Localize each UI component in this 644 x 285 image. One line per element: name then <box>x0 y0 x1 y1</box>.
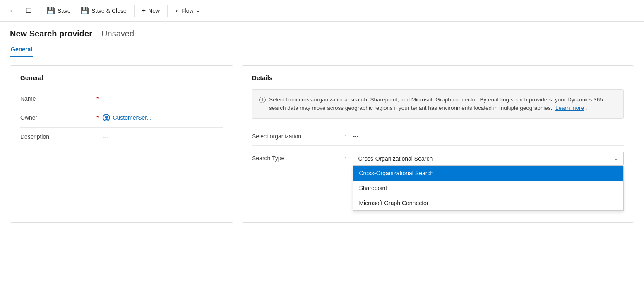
open-new-window-button[interactable]: ☐ <box>22 4 36 17</box>
owner-required-star: * <box>96 114 99 121</box>
owner-label: Owner <box>20 114 95 121</box>
search-type-dropdown-container: Cross-Organizational Search ⌄ Cross-Orga… <box>353 152 624 166</box>
toolbar-divider <box>39 5 39 17</box>
description-value: --- <box>103 133 108 140</box>
dropdown-option-sharepoint[interactable]: Sharepoint <box>353 181 623 196</box>
details-panel-title: Details <box>252 74 624 81</box>
name-value: --- <box>103 95 108 102</box>
details-panel: Details i Select from cross-organization… <box>242 65 634 223</box>
save-label: Save <box>58 7 71 14</box>
search-type-row: Search Type * Cross-Organizational Searc… <box>252 146 624 171</box>
tab-general[interactable]: General <box>10 43 33 57</box>
open-new-window-icon: ☐ <box>26 7 31 14</box>
toolbar-divider-3 <box>167 5 168 17</box>
info-icon: i <box>259 97 266 103</box>
flow-chevron-icon: ⌄ <box>196 8 200 13</box>
search-type-required-star: * <box>345 152 347 162</box>
general-panel: General Name * --- Owner * 👤 CustomerSer… <box>10 65 233 223</box>
name-field-row: Name * --- <box>20 89 223 108</box>
description-field-row: Description * --- <box>20 128 223 146</box>
page-header: New Search provider - Unsaved <box>0 22 644 43</box>
back-icon: ← <box>9 7 16 14</box>
toolbar-divider-2 <box>134 5 135 17</box>
save-button[interactable]: 💾 Save <box>43 4 75 17</box>
learn-more-link[interactable]: Learn more <box>555 105 584 111</box>
dropdown-option-cross-org[interactable]: Cross-Organizational Search <box>353 166 623 181</box>
select-org-label: Select organization <box>252 133 343 140</box>
info-text-content: Select from cross-organizational search,… <box>269 97 603 111</box>
dropdown-option-cross-org-label: Cross-Organizational Search <box>359 170 433 176</box>
search-type-label: Search Type <box>252 152 343 162</box>
name-label: Name <box>20 95 95 102</box>
flow-icon: » <box>175 7 179 14</box>
dropdown-option-graph-connector[interactable]: Microsoft Graph Connector <box>353 196 623 210</box>
back-button[interactable]: ← <box>5 5 20 17</box>
save-close-button[interactable]: 💾 Save & Close <box>77 4 131 17</box>
tab-general-label: General <box>11 46 32 53</box>
description-label: Description <box>20 133 95 140</box>
dropdown-option-graph-connector-label: Microsoft Graph Connector <box>359 200 428 206</box>
dropdown-option-sharepoint-label: Sharepoint <box>359 185 387 191</box>
page-unsaved-label: - Unsaved <box>96 29 134 38</box>
tab-bar: General <box>0 43 644 57</box>
owner-field-row: Owner * 👤 CustomerSer... <box>20 108 223 128</box>
main-content: General Name * --- Owner * 👤 CustomerSer… <box>0 57 644 231</box>
new-icon: + <box>142 7 146 14</box>
search-type-selected-value: Cross-Organizational Search <box>358 155 433 162</box>
flow-button[interactable]: » Flow ⌄ <box>171 5 204 17</box>
page-title: New Search provider <box>10 29 92 38</box>
select-org-required-star: * <box>345 133 347 140</box>
search-type-dropdown-menu: Cross-Organizational Search Sharepoint M… <box>353 166 624 211</box>
info-box: i Select from cross-organizational searc… <box>252 89 624 119</box>
owner-name: CustomerSer... <box>113 114 151 121</box>
new-label: New <box>148 7 160 14</box>
toolbar: ← ☐ 💾 Save 💾 Save & Close + New » Flow ⌄ <box>0 0 644 22</box>
new-button[interactable]: + New <box>138 5 164 17</box>
search-type-chevron-icon: ⌄ <box>614 156 618 162</box>
owner-value-link[interactable]: 👤 CustomerSer... <box>103 114 151 121</box>
select-org-value: --- <box>353 133 358 140</box>
flow-label: Flow <box>181 7 194 14</box>
search-type-dropdown[interactable]: Cross-Organizational Search ⌄ <box>353 152 624 166</box>
save-close-icon: 💾 <box>81 7 89 14</box>
person-icon: 👤 <box>103 114 110 121</box>
name-required-star: * <box>96 95 99 102</box>
general-panel-title: General <box>20 74 223 81</box>
save-icon: 💾 <box>47 7 55 14</box>
save-close-label: Save & Close <box>91 7 127 14</box>
info-text: Select from cross-organizational search,… <box>269 96 617 113</box>
select-org-row: Select organization * --- <box>252 127 624 146</box>
